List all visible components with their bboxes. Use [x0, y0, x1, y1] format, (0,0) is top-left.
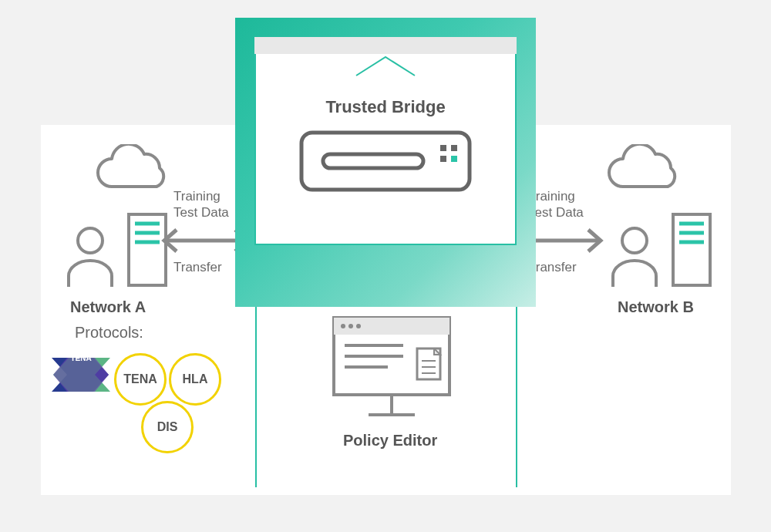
- bridge-top-strip: [254, 37, 517, 54]
- protocols-label: Protocols:: [75, 324, 143, 342]
- protocol-hla: HLA: [169, 353, 221, 406]
- arrow-label: Training: [528, 188, 584, 204]
- bridge-device-icon: [297, 128, 474, 197]
- network-b-label: Network B: [618, 298, 694, 316]
- cloud-icon: [89, 144, 173, 198]
- svg-rect-33: [440, 145, 446, 151]
- arrow-label: Training: [173, 188, 229, 204]
- svg-point-20: [348, 324, 353, 328]
- arrow-label: Test Data: [173, 204, 229, 221]
- svg-rect-32: [323, 154, 423, 168]
- policy-editor-icon: [326, 310, 457, 426]
- transfer-arrow-right: Training Test Data Transfer: [527, 188, 635, 273]
- protocol-dis: DIS: [141, 401, 194, 453]
- svg-point-4: [78, 228, 103, 253]
- trusted-bridge-panel: Trusted Bridge: [254, 37, 517, 245]
- svg-rect-36: [451, 156, 457, 162]
- svg-text:TENA: TENA: [70, 354, 91, 362]
- arrow-label: Test Data: [528, 204, 584, 221]
- policy-editor-label: Policy Editor: [343, 432, 437, 450]
- bridge-peak-icon: [355, 54, 416, 77]
- svg-point-21: [356, 324, 361, 328]
- diagram-stage: Network A Protocols: TENA HLA DIS TENA T…: [0, 0, 771, 532]
- svg-point-19: [341, 324, 345, 328]
- protocol-tena: TENA: [114, 353, 167, 406]
- arrow-label: Transfer: [173, 259, 222, 275]
- tena-logo-icon: TENA: [47, 347, 115, 402]
- trusted-bridge-title: Trusted Bridge: [254, 97, 517, 117]
- svg-rect-35: [440, 156, 446, 162]
- network-a-label: Network A: [70, 298, 146, 316]
- svg-rect-34: [451, 145, 457, 151]
